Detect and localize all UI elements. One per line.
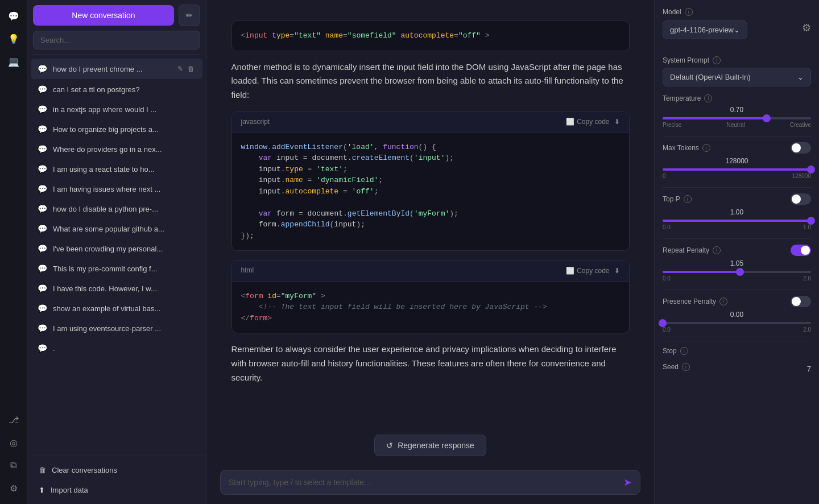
search-input[interactable] [33,31,200,49]
max-tokens-value: 128000 [663,157,811,165]
html-copy-button[interactable]: ⬜ Copy code [566,267,609,275]
conversation-label-15: . [53,344,196,353]
temperature-label: Temperature i [663,94,811,102]
system-prompt-select[interactable]: Default (OpenAI Built-In) ⌄ [663,68,811,86]
conversation-item-15[interactable]: 💬 . [31,338,202,358]
conversation-item-10[interactable]: 💬 I've been crowding my personal... [31,239,202,258]
main-area: <input type="text" name="somefield" auto… [206,0,654,504]
top-p-min: 0.0 [663,224,671,230]
conversation-item-12[interactable]: 💬 I have this code. However, I w... [31,279,202,298]
conversation-label-6: I am using a react state to ho... [53,165,196,173]
conversation-item-11[interactable]: 💬 This is my pre-commit config f... [31,259,202,278]
conversation-item-6[interactable]: 💬 I am using a react state to ho... [31,159,202,179]
conversation-label-13: show an example of virtual bas... [53,304,196,313]
chat-input[interactable] [229,478,619,487]
sidebar: New conversation ✏ 💬 how do I prevent ch… [27,0,206,504]
system-prompt-info-icon[interactable]: i [713,56,721,64]
seed-label: Seed i [663,363,690,371]
conversation-label-3: in a nextjs app where would I ... [53,105,196,114]
temperature-slider[interactable] [663,117,811,119]
top-p-toggle-knob [792,195,801,204]
js-copy-button[interactable]: ⬜ Copy code [566,118,609,126]
max-tokens-track [663,168,811,171]
conversation-item-1[interactable]: 💬 how do I prevent chrome ... ✎ 🗑 [31,59,202,79]
top-p-slider[interactable] [663,220,811,222]
top-p-toggle[interactable] [791,193,811,205]
input-wrap: ➤ [206,463,654,504]
trash-icon: 🗑 [39,466,46,474]
conversation-item-14[interactable]: 💬 I am using eventsource-parser ... [31,319,202,338]
send-button[interactable]: ➤ [623,476,632,489]
temperature-thumb[interactable] [763,114,771,122]
conversation-item-5[interactable]: 💬 Where do providers go in a nex... [31,139,202,159]
html-download-button[interactable]: ⬇ [614,267,620,275]
system-prompt-setting: System Prompt i Default (OpenAI Built-In… [663,56,811,86]
chat-icon-5: 💬 [38,144,47,154]
top-p-range-labels: 0.0 1.0 [663,224,811,230]
presence-penalty-toggle[interactable] [791,296,811,307]
max-tokens-toggle[interactable] [791,142,811,154]
prose-2: Remember to always consider the user exp… [231,342,630,385]
import-data-button[interactable]: ⬆ Import data [32,481,201,499]
conversation-label-5: Where do providers go in a nex... [53,145,196,154]
max-tokens-info-icon[interactable]: i [702,144,710,152]
conversation-item-2[interactable]: 💬 can I set a ttl on postgres? [31,80,202,99]
top-p-fill [663,220,811,222]
repeat-penalty-range-labels: 0.0 2.0 [663,275,811,282]
js-code-actions: ⬜ Copy code ⬇ [566,118,619,126]
conversation-list: 💬 how do I prevent chrome ... ✎ 🗑 💬 can … [27,55,206,456]
temperature-value: 0.70 [663,106,811,114]
top-p-track [663,220,811,222]
stop-info-icon[interactable]: i [680,347,688,355]
sidebar-bottom: 🗑 Clear conversations ⬆ Import data [27,456,206,504]
repeat-penalty-thumb[interactable] [736,268,744,276]
presence-penalty-min: 0.0 [663,327,671,333]
copy-label-2: Copy code [577,267,609,275]
presence-penalty-max: 2.0 [803,327,811,333]
regen-label: Regenerate response [398,441,474,450]
conversation-item-9[interactable]: 💬 What are some popular github a... [31,219,202,238]
repeat-penalty-info-icon[interactable]: i [713,246,721,254]
regenerate-button[interactable]: ↺ Regenerate response [374,435,486,456]
plugin-icon[interactable]: ⧉ [3,455,24,476]
max-tokens-slider[interactable] [663,168,811,171]
settings-icon[interactable]: ⚙ [3,478,24,498]
conversations-icon[interactable]: 💬 [3,6,24,26]
top-p-thumb[interactable] [807,217,815,225]
repeat-penalty-toggle[interactable] [791,245,811,256]
delete-conv-button-1[interactable]: 🗑 [187,64,196,74]
conversation-item-7[interactable]: 💬 I am having issues where next ... [31,179,202,199]
presence-penalty-info-icon[interactable]: i [719,298,727,305]
bulb-icon[interactable]: 💡 [3,28,24,49]
repeat-penalty-value: 1.05 [663,259,811,267]
temperature-info-icon[interactable]: i [704,94,712,102]
presence-penalty-slider[interactable] [663,322,811,324]
repeat-penalty-slider[interactable] [663,271,811,273]
icon-bar: 💬 💡 💻 ⎇ ◎ ⧉ ⚙ [0,0,27,504]
discord-icon[interactable]: ◎ [3,432,24,453]
settings-gear-icon[interactable]: ⚙ [802,22,811,34]
divider-2 [663,187,811,188]
compose-icon[interactable]: ✏ [179,5,200,26]
max-tokens-thumb[interactable] [807,166,815,173]
presence-penalty-thumb[interactable] [659,319,667,327]
divider-1 [663,136,811,137]
model-info-icon[interactable]: i [685,8,693,16]
js-download-button[interactable]: ⬇ [614,118,620,126]
conversation-item-3[interactable]: 💬 in a nextjs app where would I ... [31,100,202,119]
new-conversation-button[interactable]: New conversation [33,5,174,26]
conversation-item-8[interactable]: 💬 how do I disable a python pre-... [31,199,202,218]
conversation-item-13[interactable]: 💬 show an example of virtual bas... [31,299,202,318]
clear-conversations-button[interactable]: 🗑 Clear conversations [32,461,201,480]
model-select[interactable]: gpt-4-1106-preview ⌄ [663,20,747,39]
github-icon[interactable]: ⎇ [3,410,24,430]
repeat-penalty-max: 2.0 [803,275,811,282]
laptop-icon[interactable]: 💻 [3,51,24,72]
edit-conv-button-1[interactable]: ✎ [176,64,184,74]
top-p-info-icon[interactable]: i [684,195,692,203]
conversation-label-9: What are some popular github a... [53,225,196,233]
panel-header: Model i gpt-4-1106-preview ⌄ ⚙ [663,8,811,47]
conversation-item-4[interactable]: 💬 How to organize big projects a... [31,119,202,139]
seed-info-icon[interactable]: i [682,363,690,371]
seed-setting: Seed i 7 [663,363,811,374]
